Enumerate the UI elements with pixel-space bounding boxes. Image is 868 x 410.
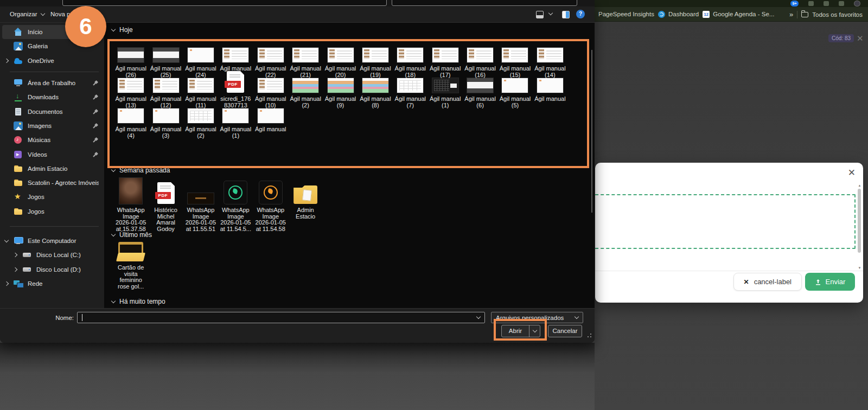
tree-chevron-icon[interactable] bbox=[4, 58, 9, 62]
group-collapse-chevron[interactable] bbox=[111, 27, 116, 31]
tree-chevron-icon[interactable] bbox=[4, 281, 9, 286]
filename-input[interactable] bbox=[77, 312, 485, 323]
open-button[interactable]: Abrir bbox=[501, 325, 540, 337]
file-tile[interactable]: PDF Histórico Michel Amaral Godoy bbox=[148, 178, 183, 232]
organize-button[interactable]: Organizar bbox=[10, 11, 44, 17]
group-collapse-chevron[interactable] bbox=[111, 167, 116, 171]
file-tile[interactable]: Ágil manual (18) bbox=[393, 48, 427, 78]
chevron-down-icon[interactable] bbox=[476, 315, 481, 319]
resize-grip[interactable] bbox=[588, 336, 589, 337]
bookmark-item[interactable]: PageSpeed Insights bbox=[598, 11, 654, 17]
modal-close-icon[interactable]: ✕ bbox=[848, 167, 856, 178]
sidebar-item[interactable]: Jogos bbox=[0, 204, 104, 219]
group-header-long-ago[interactable]: Há muito tempo bbox=[112, 298, 165, 305]
submit-button[interactable]: Enviar bbox=[805, 273, 855, 291]
group-header-last-week[interactable]: Semana passada bbox=[112, 166, 170, 174]
sidebar-item[interactable]: Jogos bbox=[0, 190, 104, 204]
tree-chevron-icon[interactable] bbox=[4, 238, 9, 242]
file-tile[interactable]: Ágil manual bbox=[533, 78, 567, 108]
file-dropzone[interactable] bbox=[595, 194, 856, 249]
view-mode-icon[interactable] bbox=[536, 11, 544, 18]
file-tile[interactable]: Ágil manual (1) bbox=[428, 78, 463, 108]
profile-avatar[interactable] bbox=[854, 1, 860, 7]
file-tile[interactable]: WhatsApp Image 2026-01-05 at 11.55.51 bbox=[183, 178, 218, 232]
sidebar-item[interactable]: Disco Local (C:) bbox=[0, 248, 104, 262]
file-tile[interactable]: Ágil manual (12) bbox=[148, 78, 183, 108]
cancel-button[interactable]: ✕ cancel-label bbox=[733, 273, 802, 291]
tree-chevron-icon[interactable] bbox=[13, 253, 17, 257]
sidebar-item[interactable]: Rede bbox=[0, 277, 104, 291]
file-tile[interactable]: Ágil manual (9) bbox=[323, 78, 358, 108]
file-tile[interactable]: Ágil manual (14) bbox=[533, 48, 567, 78]
scroll-up-arrow[interactable]: ▲ bbox=[857, 183, 862, 188]
sidebar-item[interactable]: Disco Local (D:) bbox=[0, 262, 104, 276]
sidebar-item[interactable]: Documentos bbox=[0, 104, 104, 118]
file-tile[interactable]: Ágil manual (16) bbox=[463, 48, 497, 78]
group-header-last-month[interactable]: Último mês bbox=[112, 231, 152, 239]
page-close-icon[interactable]: ✕ bbox=[857, 34, 864, 43]
file-tile[interactable]: Ágil manual bbox=[253, 108, 288, 139]
scrollbar-thumb[interactable] bbox=[591, 50, 592, 213]
sidebar-item[interactable]: Scatolin - Agrotec Imóveis bbox=[0, 176, 104, 190]
file-tile[interactable]: Ágil manual (11) bbox=[183, 78, 218, 108]
extension-icon[interactable] bbox=[839, 1, 844, 6]
file-tile[interactable]: Ágil manual (15) bbox=[497, 48, 532, 78]
file-list-scrollbar[interactable] bbox=[590, 26, 593, 305]
address-bar[interactable] bbox=[62, 0, 387, 6]
file-tile[interactable]: Ágil manual (26) bbox=[113, 48, 148, 78]
sidebar-item[interactable]: Admin Estacio bbox=[0, 162, 104, 176]
group-header-today[interactable]: Hoje bbox=[112, 26, 133, 34]
preview-pane-icon[interactable] bbox=[562, 11, 570, 18]
sidebar-item[interactable] bbox=[0, 219, 104, 234]
file-tile[interactable]: Ágil manual (13) bbox=[113, 78, 148, 108]
open-button-label[interactable]: Abrir bbox=[502, 325, 529, 337]
sidebar-item[interactable]: Este Computador bbox=[0, 234, 104, 248]
sidebar-item[interactable]: Downloads bbox=[0, 90, 104, 104]
extension-icon[interactable] bbox=[824, 1, 829, 6]
scroll-down-arrow[interactable]: ▼ bbox=[857, 266, 862, 270]
sidebar-item[interactable]: OneDrive bbox=[0, 54, 104, 68]
sidebar-item[interactable]: Músicas bbox=[0, 133, 104, 147]
file-tile[interactable]: Ágil manual (25) bbox=[148, 48, 183, 78]
search-box[interactable] bbox=[392, 0, 577, 6]
view-mode-chevron-icon[interactable] bbox=[548, 11, 553, 15]
sidebar-item[interactable]: Área de Trabalho bbox=[0, 76, 104, 90]
file-tile[interactable]: Admin Estacio bbox=[288, 178, 323, 232]
open-split-arrow[interactable] bbox=[529, 325, 540, 337]
file-tile[interactable]: Ágil manual (5) bbox=[497, 78, 532, 108]
file-tile[interactable]: Ágil manual (7) bbox=[393, 78, 427, 108]
modal-scrollbar[interactable]: ▲ ▼ bbox=[857, 183, 862, 270]
dialog-cancel-button[interactable]: Cancelar bbox=[548, 325, 582, 337]
file-tile[interactable]: Ágil manual (4) bbox=[113, 108, 148, 139]
sidebar-item[interactable]: Imagens bbox=[0, 119, 104, 133]
file-tile[interactable]: Ágil manual (1) bbox=[218, 108, 253, 139]
file-tile[interactable]: Cartão de visita feminino rose gol... bbox=[113, 242, 148, 290]
sidebar-item[interactable] bbox=[0, 68, 104, 76]
sidebar-item[interactable]: Vídeos bbox=[0, 147, 104, 161]
file-tile[interactable]: Ágil manual (6) bbox=[463, 78, 497, 108]
file-tile[interactable]: Ágil manual (21) bbox=[288, 48, 323, 78]
group-collapse-chevron[interactable] bbox=[111, 232, 116, 236]
file-tile[interactable]: Ágil manual (24) bbox=[183, 48, 218, 78]
file-tile[interactable]: WhatsApp Image 2026-01-05 at 11.54.58 bbox=[253, 178, 288, 232]
file-tile[interactable]: Ágil manual (17) bbox=[428, 48, 463, 78]
tree-chevron-icon[interactable] bbox=[13, 267, 17, 271]
file-tile[interactable]: Ágil manual (20) bbox=[323, 48, 358, 78]
group-collapse-chevron[interactable] bbox=[111, 298, 116, 303]
extension-badge[interactable]: 9+ bbox=[790, 1, 799, 7]
file-tile[interactable]: Ágil manual (2) bbox=[183, 108, 218, 139]
file-tile[interactable]: PDF sicredi_1768307713 bbox=[218, 78, 253, 108]
file-tile[interactable]: Ágil manual (3) bbox=[148, 108, 183, 139]
file-tile[interactable]: WhatsApp Image 2026-01-05 at 11.54.5... bbox=[218, 178, 253, 232]
file-tile[interactable]: WhatsApp Image 2026-01-05 at 15.37.58 bbox=[113, 178, 148, 232]
help-icon[interactable]: ? bbox=[576, 10, 585, 18]
bookmark-item[interactable]: 12 Google Agenda - Se... bbox=[703, 11, 774, 18]
file-tile[interactable]: Ágil manual (22) bbox=[253, 48, 288, 78]
file-tile[interactable]: Ágil manual (8) bbox=[358, 78, 393, 108]
file-tile[interactable]: Ágil manual (10) bbox=[253, 78, 288, 108]
filetype-select[interactable]: Arquivos personalizados bbox=[491, 312, 583, 323]
bookmark-item[interactable]: Dashboard bbox=[658, 11, 699, 18]
extension-icon[interactable] bbox=[808, 1, 814, 6]
file-tile[interactable]: Ágil manual (2) bbox=[288, 78, 323, 108]
file-tile[interactable]: Ágil manual (19) bbox=[358, 48, 393, 78]
